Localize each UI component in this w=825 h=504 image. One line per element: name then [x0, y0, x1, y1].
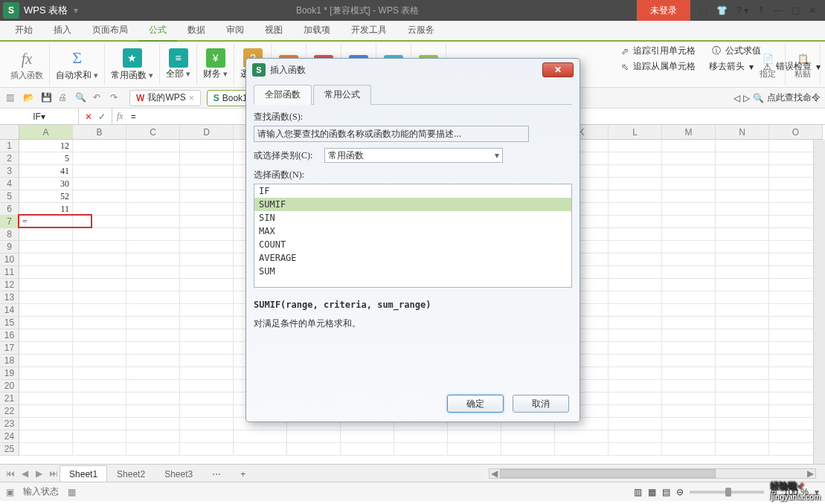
cell[interactable] — [716, 317, 769, 329]
cell[interactable] — [19, 405, 73, 418]
view-break-icon[interactable]: ▤ — [662, 487, 670, 497]
cell[interactable] — [126, 190, 180, 203]
cell[interactable] — [19, 266, 73, 279]
cell[interactable] — [394, 430, 448, 443]
cell[interactable] — [19, 418, 73, 430]
cell[interactable] — [180, 380, 234, 392]
name-box[interactable]: IF ▾ — [0, 109, 79, 124]
dialog-tab-common[interactable]: 常用公式 — [313, 85, 371, 105]
cell[interactable] — [126, 203, 180, 216]
cell[interactable] — [180, 152, 234, 165]
ribbon-all[interactable]: ≡ 全部 ▾ — [160, 44, 197, 85]
cell[interactable] — [73, 291, 126, 304]
cell[interactable] — [662, 342, 716, 355]
cell[interactable] — [180, 392, 234, 405]
cell[interactable] — [126, 266, 180, 279]
cell[interactable]: 11 — [19, 203, 73, 216]
cell[interactable] — [662, 430, 716, 443]
cell[interactable] — [126, 291, 180, 304]
login-button[interactable]: 未登录 — [637, 0, 690, 21]
vertical-scrollbar[interactable] — [813, 140, 825, 464]
cell[interactable] — [19, 342, 73, 355]
cell[interactable] — [716, 443, 769, 456]
row-head-12[interactable]: 12 — [0, 279, 19, 291]
cell[interactable] — [609, 392, 662, 405]
row-head-3[interactable]: 3 — [0, 165, 19, 178]
cell[interactable] — [126, 241, 180, 253]
cell[interactable] — [609, 253, 662, 266]
cell[interactable] — [126, 216, 180, 228]
cell[interactable] — [180, 342, 234, 355]
cell[interactable] — [716, 279, 769, 291]
row-head-9[interactable]: 9 — [0, 241, 19, 253]
row-head-5[interactable]: 5 — [0, 190, 19, 203]
cell[interactable] — [73, 140, 126, 152]
cell[interactable] — [609, 329, 662, 342]
sheet-tab-2[interactable]: Sheet2 — [107, 465, 155, 482]
cell[interactable] — [126, 228, 180, 241]
cell[interactable] — [73, 430, 126, 443]
view-page-icon[interactable]: ▦ — [648, 487, 656, 497]
cell[interactable] — [662, 140, 716, 152]
cell[interactable] — [716, 342, 769, 355]
cell[interactable] — [73, 317, 126, 329]
cancel-button[interactable]: 取消 — [513, 395, 569, 413]
cell[interactable] — [716, 405, 769, 418]
accept-formula-icon[interactable]: ✓ — [98, 112, 106, 122]
cell[interactable] — [609, 228, 662, 241]
nav-left-icon[interactable]: ◁ — [733, 93, 740, 103]
cell[interactable] — [180, 304, 234, 317]
cell[interactable] — [180, 165, 234, 178]
cell[interactable] — [73, 443, 126, 456]
cell[interactable] — [180, 367, 234, 380]
cancel-formula-icon[interactable]: ✕ — [85, 112, 92, 122]
cell[interactable] — [716, 241, 769, 253]
cell[interactable] — [73, 329, 126, 342]
skin-icon[interactable]: ⬚ — [699, 5, 707, 16]
cell[interactable] — [662, 329, 716, 342]
cell[interactable] — [19, 392, 73, 405]
cell[interactable] — [609, 178, 662, 190]
cell[interactable] — [180, 203, 234, 216]
row-head-2[interactable]: 2 — [0, 152, 19, 165]
cell[interactable] — [126, 165, 180, 178]
cell[interactable] — [609, 430, 662, 443]
cell[interactable] — [126, 355, 180, 367]
sheet-tab-3[interactable]: Sheet3 — [155, 465, 202, 482]
cell[interactable] — [180, 291, 234, 304]
doctab-mywps[interactable]: W 我的WPS × — [129, 90, 201, 106]
cell[interactable] — [609, 241, 662, 253]
cell[interactable] — [19, 367, 73, 380]
cell[interactable] — [73, 405, 126, 418]
zoom-in-icon[interactable]: ⊕ — [770, 487, 777, 497]
ribbon-commonfn[interactable]: ★ 常用函数 ▾ — [105, 44, 160, 85]
cell[interactable] — [609, 405, 662, 418]
cell[interactable] — [180, 355, 234, 367]
sheet-next-icon[interactable]: ▶ — [33, 468, 45, 479]
sheet-first-icon[interactable]: ⏮ — [4, 468, 16, 479]
col-D[interactable]: D — [180, 125, 234, 139]
cell[interactable] — [126, 329, 180, 342]
cell[interactable] — [662, 304, 716, 317]
row-head-23[interactable]: 23 — [0, 418, 19, 430]
help-icon[interactable]: ? ▾ — [736, 5, 748, 16]
cell[interactable] — [716, 329, 769, 342]
qa-preview-icon[interactable]: 🔍 — [75, 92, 87, 104]
cell[interactable] — [73, 418, 126, 430]
cell[interactable] — [662, 392, 716, 405]
cell[interactable] — [180, 329, 234, 342]
cell[interactable] — [662, 152, 716, 165]
cell[interactable]: 12 — [19, 140, 73, 152]
cell[interactable] — [180, 190, 234, 203]
cell[interactable] — [609, 203, 662, 216]
row-head-11[interactable]: 11 — [0, 266, 19, 279]
cell[interactable] — [716, 203, 769, 216]
cell[interactable] — [716, 152, 769, 165]
sheet-tab-1[interactable]: Sheet1 — [60, 465, 107, 482]
view-normal-icon[interactable]: ▥ — [634, 487, 642, 497]
cell[interactable] — [180, 418, 234, 430]
cell[interactable] — [609, 152, 662, 165]
cell[interactable] — [609, 266, 662, 279]
trace-precedents[interactable]: ⬁追踪从属单元格 移去箭头 ▾ ⚠ 错误检查 ▾ — [621, 60, 821, 73]
select-all-corner[interactable] — [0, 125, 19, 140]
